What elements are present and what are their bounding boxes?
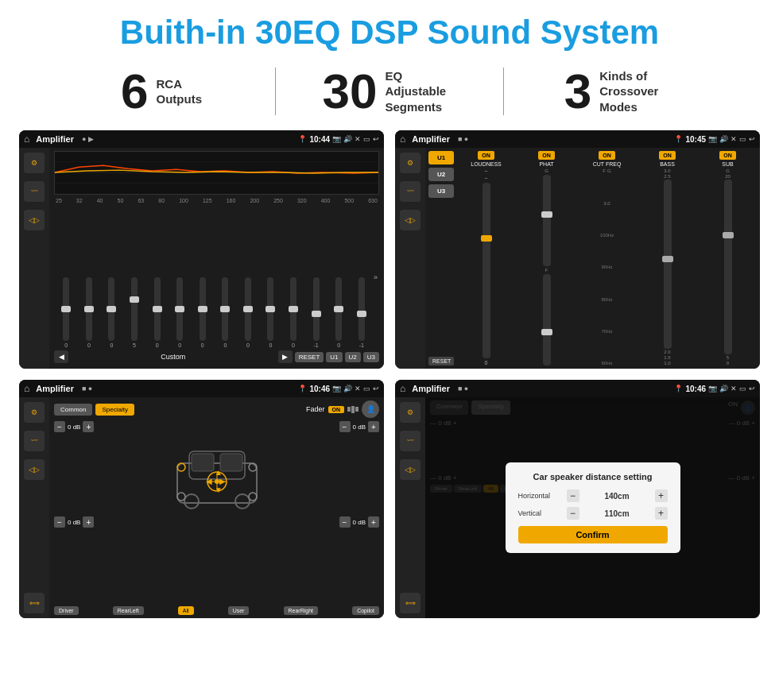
stat-crossover: 3 Kinds ofCrossover Modes [504, 67, 731, 116]
channel-bass: ON BASS 3.0 2.5 2.0 1.5 1.0 [638, 151, 696, 365]
dlg-eq-btn[interactable]: ⚙ [400, 402, 421, 423]
copilot-btn[interactable]: Copilot [352, 606, 379, 615]
spec-vol-btn[interactable]: ◁▷ [24, 459, 45, 480]
confirm-button[interactable]: Confirm [518, 526, 668, 543]
cross-vol-btn[interactable]: ◁▷ [400, 210, 421, 230]
dlg-surround-btn[interactable]: ⟺ [400, 593, 421, 613]
stats-row: 6 RCAOutputs 30 EQ AdjustableSegments 3 … [0, 59, 779, 127]
cross-reset-btn[interactable]: RESET [428, 357, 454, 365]
stat-rca: 6 RCAOutputs [48, 67, 275, 116]
eq-vol-btn[interactable]: ◁▷ [24, 210, 45, 230]
cross-u3-btn[interactable]: U3 [428, 184, 454, 198]
eq-bottom-bar: ◀ Custom ▶ RESET U1 U2 U3 [54, 348, 379, 365]
svg-text:▲: ▲ [215, 468, 223, 477]
user-btn[interactable]: User [228, 606, 250, 615]
stat-eq-label: EQ AdjustableSegments [385, 68, 456, 115]
dlg-wave-btn[interactable]: 〰 [400, 431, 421, 451]
screen-specialty: ⌂ Amplifier ■ ● 📍 10:46 📷 🔊 ✕ ▭ ↩ ⚙ 〰 ◁▷… [19, 380, 384, 618]
screen2-content: ⚙ 〰 ◁▷ U1 U2 U3 RESET ON LOUDNESS [395, 148, 760, 369]
eq-slider-10: 0 [283, 277, 304, 348]
battery-icon-2: ▭ [739, 135, 746, 143]
eq-slider-1: 0 [79, 277, 100, 348]
common-tab[interactable]: Common [54, 404, 92, 416]
stat-eq: 30 EQ AdjustableSegments [276, 67, 503, 116]
vol-fl-plus[interactable]: + [83, 421, 94, 432]
location-icon-3: 📍 [298, 385, 307, 393]
dialog-overlay: Car speaker distance setting Horizontal … [425, 397, 760, 618]
cross-eq-btn[interactable]: ⚙ [400, 153, 421, 173]
fader-on-btn[interactable]: ON [328, 406, 345, 413]
stat-eq-number: 30 [323, 67, 378, 116]
eq-slider-7: 0 [215, 277, 236, 348]
specialty-tab[interactable]: Specialty [95, 404, 134, 416]
profile-icon[interactable]: 👤 [362, 400, 379, 418]
status-icons-4: 📍 10:46 📷 🔊 ✕ ▭ ↩ [674, 385, 755, 393]
cross-main: U1 U2 U3 RESET ON LOUDNESS ~ ~ [425, 148, 760, 369]
home-icon-4: ⌂ [400, 383, 405, 394]
vol-rl-plus[interactable]: + [83, 516, 94, 528]
all-btn[interactable]: All [178, 606, 194, 615]
eq-freq-labels: 253240506380100125160200250320400500630 [54, 198, 379, 203]
status-bar-2: ⌂ Amplifier ■ ● 📍 10:45 📷 🔊 ✕ ▭ ↩ [395, 130, 760, 148]
cross-u2-btn[interactable]: U2 [428, 168, 454, 181]
eq-main: 253240506380100125160200250320400500630 … [49, 148, 384, 369]
eq-reset-btn[interactable]: RESET [295, 352, 324, 362]
vol-fr-minus[interactable]: − [339, 421, 351, 432]
svg-rect-7 [220, 454, 242, 471]
phat-on-btn[interactable]: ON [538, 151, 555, 160]
vertical-plus-btn[interactable]: + [655, 507, 668, 520]
camera-icon-2: 📷 [708, 135, 717, 143]
bass-on-btn[interactable]: ON [659, 151, 676, 160]
eq-preset-btn[interactable]: ⚙ [24, 153, 45, 173]
svg-text:◀: ◀ [206, 477, 212, 485]
rearright-btn[interactable]: RearRight [284, 606, 319, 615]
dialog-title: Car speaker distance setting [518, 472, 668, 481]
stat-crossover-number: 3 [564, 67, 591, 116]
vol-rr: − 0 dB + [339, 516, 379, 528]
driver-btn[interactable]: Driver [54, 606, 79, 615]
camera-icon-3: 📷 [332, 385, 341, 393]
status-bar-1: ⌂ Amplifier ● ▶ 📍 10:44 📷 🔊 ✕ ▭ ↩ [19, 130, 384, 148]
screen1-content: ⚙ 〰 ◁▷ [19, 148, 384, 369]
spec-eq-btn[interactable]: ⚙ [24, 402, 45, 423]
battery-icon-1: ▭ [363, 135, 370, 143]
eq-u2-btn[interactable]: U2 [345, 352, 361, 362]
dlg-vol-btn[interactable]: ◁▷ [400, 459, 421, 480]
vol-fl-minus[interactable]: − [54, 421, 65, 432]
camera-icon-4: 📷 [708, 385, 717, 393]
eq-slider-0: 0 [56, 277, 77, 348]
time-2: 10:45 [685, 135, 706, 144]
vol-rr-minus[interactable]: − [339, 516, 351, 528]
eq-wave-btn[interactable]: 〰 [24, 181, 45, 202]
car-diagram: ◀ ▶ ▲ ▼ [161, 439, 273, 511]
spec-wave-btn[interactable]: 〰 [24, 431, 45, 451]
horizontal-minus-btn[interactable]: − [567, 489, 579, 502]
horizontal-plus-btn[interactable]: + [655, 489, 668, 502]
loudness-on-btn[interactable]: ON [478, 151, 494, 160]
vol-fr-plus[interactable]: + [368, 421, 379, 432]
cross-u1-btn[interactable]: U1 [428, 151, 454, 164]
eq-u3-btn[interactable]: U3 [363, 352, 379, 362]
location-icon-1: 📍 [298, 135, 307, 143]
rearleft-btn[interactable]: RearLeft [113, 606, 144, 615]
eq-prev-btn[interactable]: ◀ [54, 350, 68, 363]
loudness-label: LOUDNESS [471, 161, 502, 167]
sub-on-btn[interactable]: ON [719, 151, 736, 160]
cutfreq-label: CUT FREQ [593, 161, 622, 167]
vol-rl-minus[interactable]: − [54, 516, 65, 528]
stat-rca-number: 6 [121, 67, 148, 116]
svg-point-13 [249, 493, 257, 501]
svg-text:▶: ▶ [219, 477, 226, 485]
eq-u1-btn[interactable]: U1 [326, 352, 342, 362]
cross-wave-btn[interactable]: 〰 [400, 181, 421, 202]
vol-rr-value: 0 dB [353, 519, 366, 526]
spec-surround-btn[interactable]: ⟺ [24, 593, 45, 613]
horizontal-row: Horizontal − 140cm + [518, 489, 668, 502]
wifi-icon-2: ✕ [731, 135, 737, 143]
cutfreq-on-btn[interactable]: ON [599, 151, 615, 160]
vertical-minus-btn[interactable]: − [567, 507, 579, 520]
svg-point-8 [184, 494, 199, 509]
volume-icon-2: 🔊 [719, 135, 728, 143]
vol-rr-plus[interactable]: + [368, 516, 379, 528]
eq-next-btn[interactable]: ▶ [278, 350, 293, 363]
